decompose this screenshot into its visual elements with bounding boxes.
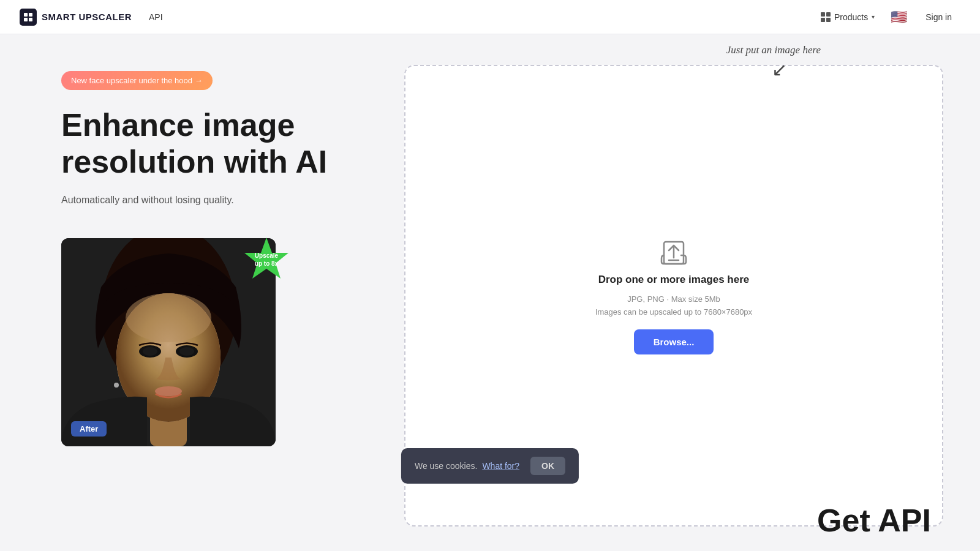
svg-point-14 (155, 386, 182, 396)
get-api-section: Get API (817, 502, 931, 539)
get-api-text: Get API (817, 503, 931, 538)
products-label: Products (834, 12, 868, 22)
cookie-text: We use cookies. (415, 461, 477, 471)
after-badge: After (71, 421, 107, 437)
api-link[interactable]: API (149, 12, 163, 22)
navbar: SMART UPSCALER API Products ▾ 🇺🇸 Sign in (0, 0, 980, 34)
hint-container: Just put an image here ↙ (726, 44, 821, 80)
promo-badge[interactable]: New face upscaler under the hood → (61, 71, 213, 90)
svg-point-13 (179, 347, 194, 356)
hint-arrow-icon: ↙ (739, 59, 821, 80)
svg-text:up to 8x: up to 8x (255, 260, 279, 267)
hint-text: Just put an image here (726, 44, 821, 56)
logo-text: SMART UPSCALER (42, 12, 132, 22)
promo-badge-text: New face upscaler under the hood → (71, 76, 203, 85)
cookie-banner: We use cookies. What for? OK (401, 448, 579, 484)
logo-icon (20, 9, 37, 26)
cookie-ok-button[interactable]: OK (530, 457, 565, 475)
svg-point-12 (143, 347, 157, 356)
upscale-badge: Upscale up to 8x (242, 235, 291, 287)
cookie-what-for[interactable]: What for? (482, 461, 519, 471)
upload-icon (659, 237, 688, 266)
language-flag[interactable]: 🇺🇸 (891, 9, 907, 25)
browse-button[interactable]: Browse... (634, 329, 714, 354)
grid-icon (821, 12, 831, 22)
drop-zone-title: Drop one or more images here (598, 274, 750, 286)
logo[interactable]: SMART UPSCALER (20, 9, 132, 26)
svg-rect-2 (24, 18, 28, 21)
drop-zone-subtitle: JPG, PNG · Max size 5Mb Images can be up… (595, 293, 752, 319)
svg-text:Upscale: Upscale (255, 252, 279, 259)
svg-point-9 (126, 293, 211, 342)
image-showcase: After Upscale up to 8x (61, 238, 282, 452)
hero-subtitle: Automatically and without losing quality… (61, 193, 355, 208)
chevron-down-icon: ▾ (872, 13, 875, 20)
svg-rect-3 (29, 18, 32, 21)
products-menu[interactable]: Products ▾ (815, 9, 881, 26)
svg-point-15 (114, 383, 119, 388)
signin-button[interactable]: Sign in (917, 9, 960, 26)
svg-rect-1 (29, 13, 32, 17)
left-panel: New face upscaler under the hood → Enhan… (0, 34, 392, 551)
svg-rect-0 (24, 13, 28, 17)
hero-title: Enhance image resolution with AI (61, 107, 355, 181)
